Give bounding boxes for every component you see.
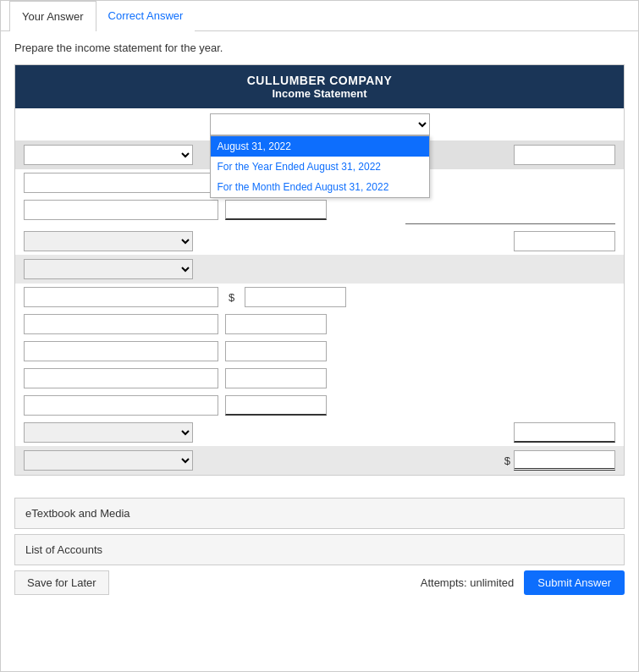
subtotal-row — [15, 419, 624, 446]
expense3-label-input[interactable] — [24, 341, 218, 361]
total-row: $ — [15, 446, 624, 475]
row2-label-input[interactable] — [24, 200, 218, 220]
underline-bar-1 — [405, 223, 615, 224]
option-year-ended[interactable]: For the Year Ended August 31, 2022 — [211, 157, 429, 177]
gray-dropdown-select[interactable] — [24, 259, 193, 279]
expense-row-2 — [15, 311, 624, 338]
expense-row-3 — [15, 338, 624, 365]
submit-area: Attempts: unlimited Submit Answer — [421, 570, 625, 595]
subheader-select[interactable] — [24, 145, 193, 165]
expense-row-5 — [15, 392, 624, 419]
expense-row-1: $ — [15, 284, 624, 311]
statement-type: Income Statement — [24, 87, 615, 100]
gray-dropdown-row — [15, 255, 624, 284]
period-dropdown-options: August 31, 2022 For the Year Ended Augus… — [210, 135, 430, 198]
expense2-label-input[interactable] — [24, 314, 218, 334]
submit-answer-button[interactable]: Submit Answer — [524, 570, 625, 595]
row-select-amount-input[interactable] — [514, 231, 615, 251]
total-dollar-sign: $ — [504, 454, 510, 467]
period-dropdown-row: August 31, 2022 For the Year Ended Augus… — [15, 108, 624, 140]
save-for-later-button[interactable]: Save for Later — [14, 570, 109, 595]
action-row: Save for Later Attempts: unlimited Submi… — [14, 570, 625, 595]
option-august31[interactable]: August 31, 2022 — [211, 136, 429, 157]
statement-header: CULLUMBER COMPANY Income Statement — [15, 65, 624, 108]
income-statement-form: CULLUMBER COMPANY Income Statement Augus… — [14, 64, 625, 476]
expense1-dollar: $ — [229, 291, 234, 304]
total-select[interactable] — [24, 450, 193, 471]
list-accounts-button[interactable]: List of Accounts — [14, 534, 625, 565]
subheader-amount-input[interactable] — [514, 145, 615, 165]
row-2 — [15, 196, 624, 223]
row2-amount-input[interactable] — [225, 200, 327, 220]
period-dropdown-container: August 31, 2022 For the Year Ended Augus… — [210, 113, 430, 135]
expense5-amount-input[interactable] — [225, 395, 327, 416]
tabs-bar: Your Answer Correct Answer — [1, 1, 638, 31]
option-month-ended[interactable]: For the Month Ended August 31, 2022 — [211, 177, 429, 197]
tab-correct-answer[interactable]: Correct Answer — [96, 1, 196, 31]
expense1-amount-input[interactable] — [245, 287, 346, 307]
expense5-label-input[interactable] — [24, 395, 218, 416]
total-amount-input[interactable] — [514, 450, 615, 471]
subtotal-amount-input[interactable] — [514, 422, 615, 443]
etextbook-button[interactable]: eTextbook and Media — [14, 498, 625, 529]
row-select[interactable] — [24, 231, 193, 251]
expense-row-4 — [15, 365, 624, 392]
expense4-label-input[interactable] — [24, 368, 218, 388]
expense4-amount-input[interactable] — [225, 368, 327, 388]
subtotal-select[interactable] — [24, 422, 193, 443]
expense2-amount-input[interactable] — [225, 314, 327, 334]
attempts-text: Attempts: unlimited — [421, 576, 515, 589]
expense1-label-input[interactable] — [24, 287, 218, 307]
expense3-amount-input[interactable] — [225, 341, 327, 361]
tab-your-answer[interactable]: Your Answer — [9, 1, 96, 31]
period-select[interactable]: August 31, 2022 For the Year Ended Augus… — [210, 113, 430, 135]
row1-label-input[interactable] — [24, 173, 218, 193]
instructions-text: Prepare the income statement for the yea… — [1, 31, 638, 64]
bottom-area: eTextbook and Media List of Accounts Sav… — [1, 489, 638, 603]
company-name: CULLUMBER COMPANY — [24, 74, 615, 87]
row-select-amount — [15, 228, 624, 255]
